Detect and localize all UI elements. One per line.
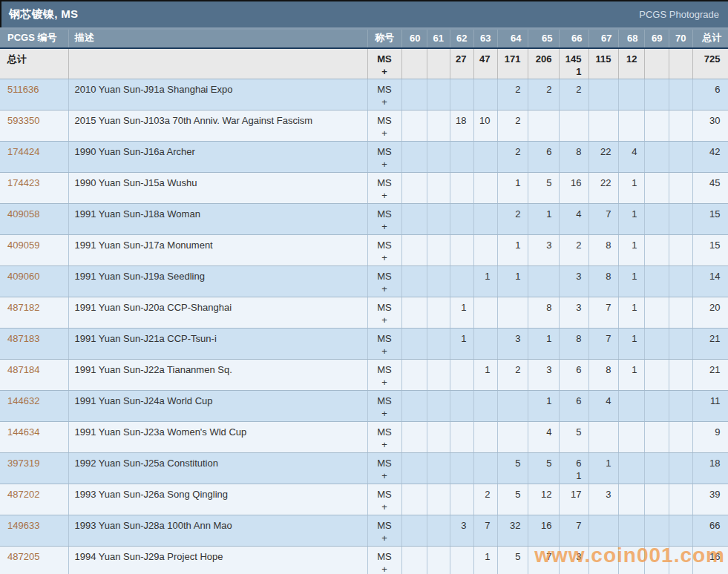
- grade-cell: [669, 328, 692, 359]
- grade-cell: [669, 234, 692, 265]
- grade-cell: 1: [473, 359, 497, 390]
- table-header: PCGS 编号 描述 称号 60 61 62 63 64 65 66 67 68…: [0, 30, 728, 48]
- grade-cell: 1451: [559, 48, 588, 79]
- designation-plus: +: [370, 563, 400, 574]
- table-row: 593350 2015 Yuan Sun-J103a 70th Anniv. W…: [0, 110, 728, 141]
- designation-plus: +: [370, 96, 400, 108]
- pcgs-number[interactable]: 511636: [0, 79, 68, 110]
- population-table: PCGS 编号 描述 称号 60 61 62 63 64 65 66 67 68…: [0, 30, 728, 574]
- table-row: 总计 MS + 27 47 171 206 1451 115 12 725: [0, 48, 728, 79]
- pcgs-number[interactable]: 593350: [0, 110, 68, 141]
- pcgs-number[interactable]: 487182: [0, 297, 68, 328]
- grade-cell: [401, 546, 427, 574]
- grade-cell: [401, 172, 427, 203]
- description: 1991 Yuan Sun-J23a Women's Wld Cup: [68, 421, 367, 452]
- grade-cell: [528, 265, 559, 297]
- grade-count: 1: [619, 332, 637, 345]
- grade-count: 2: [498, 83, 521, 96]
- designation: MS +: [367, 421, 401, 452]
- pcgs-number[interactable]: 409060: [0, 265, 68, 297]
- grade-cell: [401, 452, 427, 484]
- grade-cell: [427, 328, 450, 359]
- grade-cell: [427, 359, 450, 390]
- grade-count: 8: [589, 270, 611, 283]
- designation: MS +: [367, 203, 401, 234]
- designation-plus: +: [370, 127, 400, 139]
- grade-cell: [588, 421, 618, 452]
- pcgs-number[interactable]: 409058: [0, 203, 68, 234]
- grade-cell: 27: [450, 48, 473, 79]
- grade-cell: 8: [588, 265, 618, 297]
- row-total: 39: [692, 484, 728, 515]
- grade-cell: [497, 297, 528, 328]
- pcgs-number[interactable]: 409059: [0, 234, 68, 265]
- grade-cell: 47: [473, 48, 497, 79]
- designation-ms: MS: [370, 332, 400, 345]
- pcgs-number[interactable]: 144634: [0, 421, 68, 452]
- grade-cell: 1: [528, 328, 559, 359]
- designation-ms: MS: [370, 301, 400, 314]
- pcgs-number[interactable]: 149633: [0, 515, 68, 546]
- grade-cell: 1: [497, 265, 528, 297]
- grade-cell: [401, 265, 427, 297]
- grade-cell: 1: [497, 234, 528, 265]
- grade-cell: [427, 141, 450, 172]
- grade-count: 1: [528, 332, 552, 345]
- grade-count: 4: [589, 395, 611, 407]
- designation-ms: MS: [370, 270, 400, 283]
- pcgs-number[interactable]: 487183: [0, 328, 68, 359]
- grade-count: 1: [619, 208, 637, 220]
- grade-cell: [427, 484, 450, 515]
- row-total: 725: [692, 48, 728, 79]
- pcgs-number[interactable]: 144632: [0, 390, 68, 421]
- grade-cell: 5: [528, 172, 559, 203]
- table-row: 409059 1991 Yuan Sun-J17a Monument MS + …: [0, 234, 728, 265]
- grade-cell: [401, 234, 427, 265]
- designation: MS +: [367, 265, 401, 297]
- grade-cell: [401, 390, 427, 421]
- grade-count: 16: [528, 519, 552, 532]
- grade-cell: [427, 390, 450, 421]
- col-header-grade-65: 65: [528, 30, 559, 48]
- grade-count: 1: [474, 270, 491, 283]
- grade-cell: 3: [559, 265, 588, 297]
- description: 1990 Yuan Sun-J16a Archer: [68, 141, 367, 172]
- grade-cell: [644, 484, 669, 515]
- grade-cell: [618, 515, 644, 546]
- grade-cell: 7: [528, 546, 559, 574]
- photograde-link[interactable]: PCGS Photograde: [639, 9, 719, 20]
- pcgs-number[interactable]: 487205: [0, 546, 68, 574]
- col-header-grade-66: 66: [559, 30, 588, 48]
- designation-plus: +: [370, 251, 400, 264]
- row-total: 14: [692, 265, 728, 297]
- grade-cell: 206: [528, 48, 559, 79]
- grade-count: 1: [498, 239, 521, 251]
- grade-count: 47: [474, 53, 491, 65]
- grade-cell: [497, 390, 528, 421]
- pcgs-number[interactable]: 174424: [0, 141, 68, 172]
- grade-count: 1: [619, 363, 637, 376]
- designation-ms: MS: [370, 239, 400, 251]
- grade-cell: [644, 265, 669, 297]
- pcgs-number[interactable]: 397319: [0, 452, 68, 484]
- grade-cell: 16: [559, 172, 588, 203]
- grade-cell: [588, 546, 618, 574]
- grade-cell: [669, 203, 692, 234]
- grade-cell: [618, 421, 644, 452]
- grade-cell: [401, 203, 427, 234]
- grade-cell: [644, 203, 669, 234]
- grade-cell: 2: [497, 359, 528, 390]
- designation-plus: +: [370, 345, 400, 357]
- pcgs-number[interactable]: 487184: [0, 359, 68, 390]
- grade-cell: [618, 452, 644, 484]
- grade-plus-count: 1: [560, 65, 582, 78]
- grade-cell: 3: [559, 546, 588, 574]
- pcgs-number[interactable]: 174423: [0, 172, 68, 203]
- grade-count: 6: [560, 457, 582, 469]
- designation-plus: +: [370, 189, 400, 202]
- grade-count: 1: [619, 239, 637, 251]
- grade-cell: [473, 234, 497, 265]
- grade-cell: 7: [559, 515, 588, 546]
- description: 1991 Yuan Sun-J21a CCP-Tsun-i: [68, 328, 367, 359]
- pcgs-number[interactable]: 487202: [0, 484, 68, 515]
